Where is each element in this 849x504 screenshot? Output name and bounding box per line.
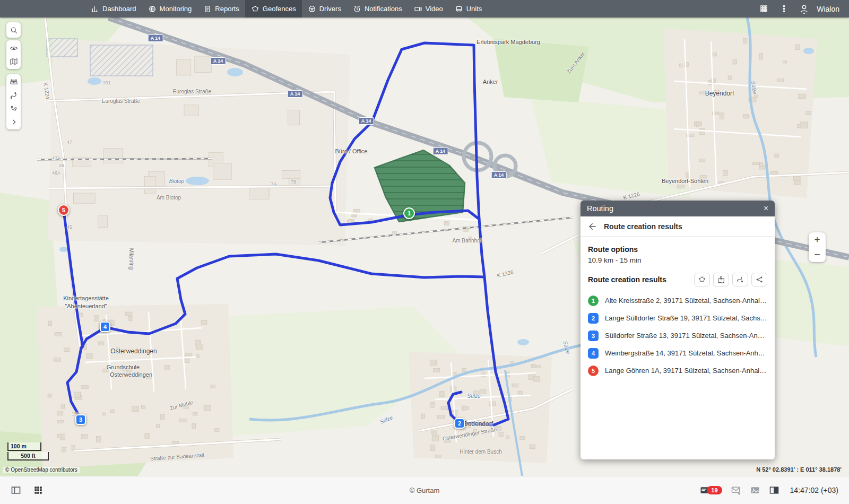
route-stop-item[interactable]: 2 Lange Sülldorfer Straße 19, 39171 Sülz…	[588, 309, 767, 327]
route-stops-list: 1 Alte Kreisstraße 2, 39171 Sülzetal, Sa…	[588, 292, 767, 379]
nav-label: Units	[466, 5, 482, 13]
zoom-out-button[interactable]: −	[809, 247, 826, 262]
nav-label: Notifications	[365, 5, 402, 13]
map-icon	[10, 57, 18, 66]
apps-launcher-button[interactable]	[33, 485, 44, 496]
map-search-button[interactable]	[6, 23, 21, 37]
chevron-right-icon	[10, 118, 18, 126]
address-tool-button[interactable]	[6, 102, 21, 115]
map-tool-search-group	[6, 22, 21, 38]
route-stop-item[interactable]: 4 Weinbergstraße 14, 39171 Sülzetal, Sac…	[588, 344, 767, 362]
map-pin-icon	[717, 275, 725, 284]
top-navigation-bar: Dashboard Monitoring Reports Geofences D…	[0, 0, 849, 18]
expand-tools-button[interactable]	[6, 115, 21, 128]
pins-icon	[10, 105, 18, 113]
eye-icon	[10, 44, 18, 53]
optimize-route-button[interactable]	[732, 273, 748, 286]
route-marker-2[interactable]: 2	[454, 418, 465, 429]
steering-wheel-icon	[308, 5, 316, 13]
nav-item-units[interactable]: Units	[449, 0, 488, 18]
map-tool-measure-group	[6, 74, 21, 129]
user-icon	[799, 4, 809, 14]
cursor-coordinates: N 52° 02.8391' : E 011° 38.1878'	[756, 466, 842, 473]
nav-item-monitoring[interactable]: Monitoring	[142, 0, 198, 18]
apps-grid-icon	[759, 4, 768, 13]
route-summary: 10.9 km - 15 min	[588, 256, 767, 264]
stop-badge: 5	[588, 366, 599, 376]
route-options-heading: Route options	[588, 245, 767, 254]
route-marker-1[interactable]: 1	[403, 207, 415, 219]
nav-item-drivers[interactable]: Drivers	[302, 0, 347, 18]
nav-label: Drivers	[319, 5, 341, 13]
nav-item-video[interactable]: Video	[408, 0, 449, 18]
route-stop-item[interactable]: 5 Lange Göhren 1A, 39171 Sülzetal, Sachs…	[588, 362, 767, 379]
route-icon	[736, 275, 744, 284]
kebab-menu-button[interactable]	[775, 0, 793, 18]
zoom-control: + −	[809, 232, 826, 262]
apps-grid-icon	[33, 485, 44, 496]
stop-address: Weinbergstraße 14, 39171 Sülzetal, Sachs…	[605, 349, 767, 357]
route-marker-5[interactable]: 5	[58, 204, 70, 216]
kebab-menu-icon	[779, 4, 789, 13]
route-stop-item[interactable]: 3 Sülldorfer Straße 13, 39171 Sülzetal, …	[588, 327, 767, 344]
scale-metric: 100 m	[7, 442, 41, 451]
sidebar-toggle-icon	[11, 485, 21, 496]
show-on-map-button[interactable]	[713, 273, 729, 286]
route-marker-4[interactable]: 4	[100, 321, 110, 332]
video-camera-icon	[414, 5, 422, 13]
wialon-app: Dashboard Monitoring Reports Geofences D…	[0, 0, 849, 504]
back-arrow-icon[interactable]	[588, 222, 597, 231]
nav-item-notifications[interactable]: Notifications	[347, 0, 408, 18]
globe-icon	[148, 5, 157, 13]
measure-distance-button[interactable]	[6, 75, 21, 89]
share-route-button[interactable]	[751, 273, 767, 286]
nav-item-reports[interactable]: Reports	[197, 0, 245, 18]
truck-icon	[455, 5, 463, 13]
visibility-button[interactable]	[6, 41, 21, 55]
results-toolbar	[694, 273, 767, 286]
bar-chart-icon	[91, 5, 99, 13]
topbar-right: Wialon	[755, 0, 849, 18]
nav-label: Reports	[215, 5, 239, 13]
report-icon	[203, 5, 212, 13]
nav-item-dashboard[interactable]: Dashboard	[85, 0, 142, 18]
routing-panel-header: Routing ×	[581, 201, 775, 216]
routing-panel-title: Routing	[587, 204, 613, 213]
nav-label: Monitoring	[160, 5, 192, 13]
geofence-icon	[251, 5, 259, 13]
layout-button[interactable]	[769, 485, 779, 496]
close-icon[interactable]: ×	[764, 204, 768, 213]
bottom-status-bar: © Gurtam 19 14:47:02 (+03)	[0, 476, 849, 504]
routing-panel: Routing × Route creation results Route o…	[581, 201, 775, 459]
messages-button[interactable]: 19	[699, 485, 722, 496]
photo-icon	[750, 485, 760, 496]
toggle-side-panel-button[interactable]	[11, 485, 21, 496]
route-stop-item[interactable]: 1 Alte Kreisstraße 2, 39171 Sülzetal, Sa…	[588, 292, 767, 309]
routing-tool-button[interactable]	[6, 89, 21, 102]
mail-button[interactable]	[731, 485, 741, 496]
create-geofence-button[interactable]	[694, 273, 710, 286]
map-scale-control: 100 m 500 ft	[7, 442, 49, 460]
map-tool-view-group	[6, 40, 21, 69]
apps-grid-button[interactable]	[755, 0, 773, 18]
map-attribution: © OpenStreetMap contributors	[3, 467, 80, 473]
user-menu[interactable]: Wialon	[799, 4, 839, 14]
scale-imperial: 500 ft	[7, 452, 49, 460]
search-icon	[10, 26, 18, 34]
envelope-icon	[731, 485, 741, 496]
nav-label: Geofences	[263, 5, 296, 13]
map-area: Erlebnispark MagdeburgAnkerBeyendorfBeye…	[0, 18, 849, 476]
map-layers-button[interactable]	[6, 55, 21, 68]
zoom-in-button[interactable]: +	[809, 232, 826, 247]
route-marker-3[interactable]: 3	[75, 414, 86, 425]
stop-address: Alte Kreisstraße 2, 39171 Sülzetal, Sach…	[605, 297, 767, 305]
share-icon	[755, 275, 764, 284]
main-nav: Dashboard Monitoring Reports Geofences D…	[85, 0, 488, 18]
stop-address: Lange Sülldorfer Straße 19, 39171 Sülzet…	[605, 314, 767, 322]
nav-item-geofences[interactable]: Geofences	[245, 0, 302, 18]
construction-area	[47, 39, 77, 57]
media-button[interactable]	[750, 485, 760, 496]
account-name: Wialon	[817, 5, 839, 13]
geofence-icon	[698, 275, 706, 284]
stop-address: Sülldorfer Straße 13, 39171 Sülzetal, Sa…	[605, 332, 767, 340]
